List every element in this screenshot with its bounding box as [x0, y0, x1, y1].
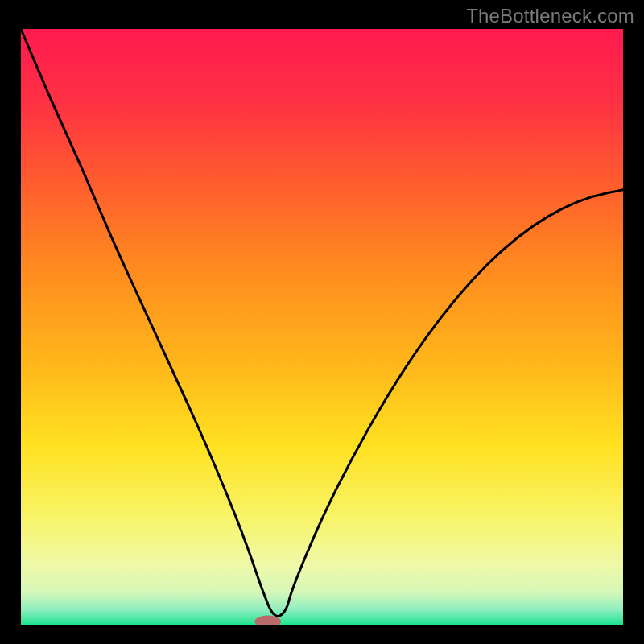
- gradient-background: [21, 29, 623, 625]
- plot-area: [21, 29, 623, 625]
- bottleneck-chart: [21, 29, 623, 625]
- attribution-text: TheBottleneck.com: [466, 5, 634, 27]
- chart-frame: TheBottleneck.com: [0, 0, 644, 644]
